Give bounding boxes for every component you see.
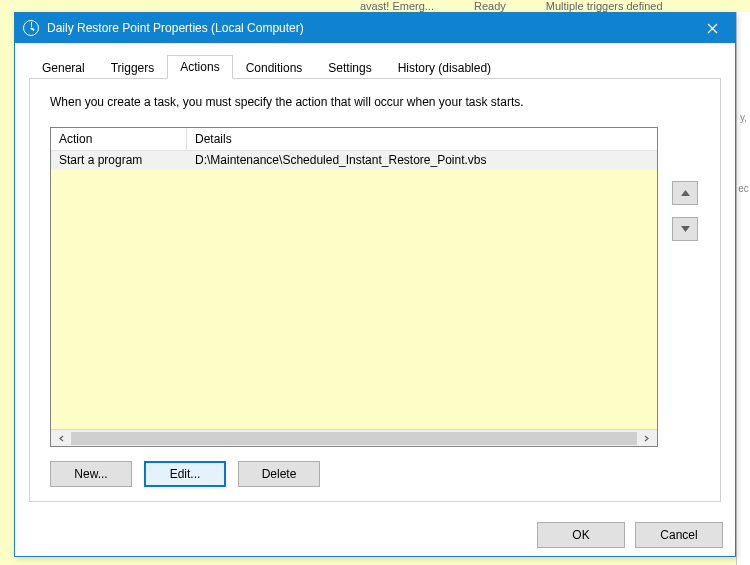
tabs-strip: General Triggers Actions Conditions Sett… [29, 53, 721, 79]
move-down-button[interactable] [672, 217, 698, 241]
cancel-button[interactable]: Cancel [635, 522, 723, 548]
dialog-client-area: General Triggers Actions Conditions Sett… [15, 43, 735, 514]
scroll-left-icon[interactable] [54, 432, 69, 445]
new-action-button[interactable]: New... [50, 461, 132, 487]
tab-body-actions: When you create a task, you must specify… [29, 79, 721, 502]
chevron-down-icon [681, 226, 690, 232]
close-icon [707, 23, 718, 34]
svg-marker-2 [681, 190, 690, 196]
background-task-row: avast! Emerg... Ready Multiple triggers … [0, 0, 750, 12]
ok-button[interactable]: OK [537, 522, 625, 548]
delete-action-button[interactable]: Delete [238, 461, 320, 487]
background-right-strip: y, ec [736, 12, 750, 565]
scroll-right-icon[interactable] [639, 432, 654, 445]
window-title: Daily Restore Point Properties (Local Co… [47, 21, 689, 35]
action-buttons-row: New... Edit... Delete [50, 461, 700, 487]
actions-list-row[interactable]: Start a program D:\Maintenance\Scheduled… [51, 151, 657, 170]
actions-description: When you create a task, you must specify… [50, 95, 700, 109]
tab-triggers[interactable]: Triggers [98, 56, 168, 79]
reorder-buttons [672, 127, 700, 447]
actions-list-rows[interactable]: Start a program D:\Maintenance\Scheduled… [51, 151, 657, 429]
move-up-button[interactable] [672, 181, 698, 205]
svg-marker-3 [681, 226, 690, 232]
edit-action-button[interactable]: Edit... [144, 461, 226, 487]
actions-list-header: Action Details [51, 128, 657, 151]
tab-settings[interactable]: Settings [315, 56, 384, 79]
properties-dialog: Daily Restore Point Properties (Local Co… [14, 12, 736, 557]
column-header-action[interactable]: Action [51, 128, 187, 150]
chevron-up-icon [681, 190, 690, 196]
row-details: D:\Maintenance\Scheduled_Instant_Restore… [187, 151, 657, 170]
row-action: Start a program [51, 151, 187, 170]
horizontal-scrollbar[interactable] [51, 429, 657, 446]
titlebar[interactable]: Daily Restore Point Properties (Local Co… [15, 13, 735, 43]
scroll-thumb[interactable] [71, 432, 637, 445]
tab-history[interactable]: History (disabled) [385, 56, 504, 79]
tab-conditions[interactable]: Conditions [233, 56, 316, 79]
tab-general[interactable]: General [29, 56, 98, 79]
clock-icon [23, 20, 39, 36]
tab-actions[interactable]: Actions [167, 55, 232, 79]
actions-list[interactable]: Action Details Start a program D:\Mainte… [50, 127, 658, 447]
dialog-footer: OK Cancel [15, 514, 735, 556]
column-header-details[interactable]: Details [187, 128, 657, 150]
close-button[interactable] [689, 13, 735, 43]
